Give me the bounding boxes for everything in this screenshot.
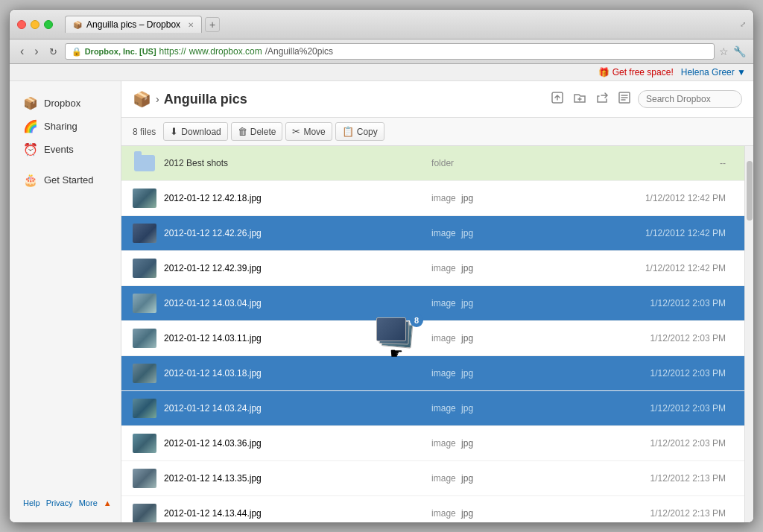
reload-button[interactable]: ↻ (46, 45, 60, 59)
new-folder-button[interactable] (571, 89, 589, 110)
file-date: 1/12/2012 12:42 PM (566, 263, 733, 273)
file-row-img-10[interactable]: 2012-01-12 14.13.44.jpgimage jpg1/12/201… (121, 496, 744, 522)
copy-label: Copy (357, 127, 378, 137)
new-tab-button[interactable]: + (205, 17, 220, 32)
upload-file-button[interactable] (548, 89, 566, 110)
file-thumbnail-img-8 (133, 431, 156, 455)
sidebar-label-dropbox: Dropbox (44, 98, 80, 109)
file-thumbnail-img-10 (133, 501, 156, 522)
image-thumbnail (133, 294, 156, 313)
file-type: image jpg (431, 333, 566, 343)
breadcrumb: 📦 › Anguilla pics (133, 90, 247, 108)
file-row-img-5[interactable]: 2012-01-12 14.03.11.jpgimage jpg1/12/201… (121, 321, 744, 356)
file-row-img-9[interactable]: 2012-01-12 14.13.35.jpgimage jpg1/12/201… (121, 461, 744, 496)
scrollbar[interactable] (744, 146, 753, 522)
delete-label: Delete (250, 127, 276, 137)
sidebar-divider (17, 162, 113, 168)
image-thumbnail (133, 399, 156, 418)
active-tab[interactable]: 📦 Anguilla pics – Dropbox ✕ (65, 16, 202, 33)
file-row-img-7[interactable]: 2012-01-12 14.03.24.jpgimage jpg1/12/201… (121, 391, 744, 426)
file-date: 1/12/2012 2:13 PM (566, 473, 733, 484)
breadcrumb-separator: › (156, 93, 159, 105)
page-title: Anguilla pics (164, 92, 247, 107)
sidebar-item-get-started[interactable]: 🎂 Get Started (17, 169, 113, 191)
file-thumbnail-img-9 (133, 466, 156, 490)
file-name: 2012-01-12 12.42.39.jpg (164, 263, 431, 273)
free-space-link[interactable]: 🎁 Get free space! (598, 67, 673, 77)
bookmark-button[interactable]: ☆ (719, 45, 729, 57)
copy-button[interactable]: 📋 Copy (335, 122, 384, 141)
file-name: 2012-01-12 14.03.04.jpg (164, 298, 431, 308)
tab-close-button[interactable]: ✕ (188, 21, 194, 29)
file-row-img-1[interactable]: 2012-01-12 12.42.18.jpgimage jpg1/12/201… (121, 181, 744, 216)
back-button[interactable]: ‹ (17, 43, 27, 60)
file-row-img-2[interactable]: 2012-01-12 12.42.26.jpgimage jpg1/12/201… (121, 216, 744, 251)
sidebar-label-get-started: Get Started (44, 174, 93, 186)
file-thumbnail-folder-1 (133, 151, 156, 175)
image-thumbnail (133, 434, 156, 453)
file-type: image jpg (431, 193, 566, 203)
get-started-icon: 🎂 (23, 173, 38, 187)
move-button[interactable]: ✂ Move (285, 122, 332, 141)
file-row-folder-1[interactable]: 2012 Best shotsfolder-- (121, 146, 744, 181)
events-icon: ⏰ (23, 142, 38, 156)
file-type: image jpg (431, 473, 566, 484)
expand-icon[interactable]: ⤢ (740, 20, 746, 28)
file-date: 1/12/2012 12:42 PM (566, 228, 733, 238)
file-date: 1/12/2012 2:03 PM (566, 368, 733, 379)
file-date: 1/12/2012 2:13 PM (566, 508, 733, 519)
sidebar-label-events: Events (44, 144, 74, 155)
file-row-img-8[interactable]: 2012-01-12 14.03.36.jpgimage jpg1/12/201… (121, 426, 744, 461)
file-list: 2012 Best shotsfolder--2012-01-12 12.42.… (121, 146, 744, 522)
footer-privacy[interactable]: Privacy (46, 498, 73, 507)
file-thumbnail-img-4 (133, 291, 156, 315)
file-date: 1/12/2012 2:03 PM (566, 298, 733, 308)
footer-more[interactable]: More (79, 498, 98, 507)
sidebar-item-events[interactable]: ⏰ Events (17, 139, 113, 160)
address-bar[interactable]: 🔒 Dropbox, Inc. [US] https:// www.dropbo… (65, 43, 715, 60)
file-type: image jpg (431, 263, 566, 273)
url-domain: www.dropbox.com (189, 46, 262, 57)
ssl-icon: 🔒 (72, 47, 82, 57)
file-row-img-3[interactable]: 2012-01-12 12.42.39.jpgimage jpg1/12/201… (121, 251, 744, 286)
sidebar-item-dropbox[interactable]: 📦 Dropbox (17, 92, 113, 114)
share-button[interactable] (593, 89, 611, 110)
tab-favicon: 📦 (73, 21, 82, 29)
user-name-label: Helena Greer (681, 67, 735, 77)
sharing-icon: 🌈 (23, 119, 38, 133)
search-input[interactable] (638, 90, 742, 108)
file-thumbnail-img-5 (133, 326, 156, 350)
file-date: 1/12/2012 2:03 PM (566, 333, 733, 343)
header-actions (548, 89, 742, 110)
maximize-button[interactable] (44, 20, 53, 29)
content-area: 📦 › Anguilla pics (121, 81, 753, 522)
more-actions-button[interactable] (615, 89, 633, 110)
image-thumbnail (133, 329, 156, 348)
file-row-img-6[interactable]: 2012-01-12 14.03.18.jpgimage jpg1/12/201… (121, 356, 744, 391)
forward-button[interactable]: › (31, 43, 41, 60)
footer-more-arrow: ▲ (104, 498, 112, 507)
file-row-img-4[interactable]: 2012-01-12 14.03.04.jpgimage jpg1/12/201… (121, 286, 744, 321)
move-icon: ✂ (292, 126, 300, 137)
download-label: Download (181, 127, 221, 137)
close-button[interactable] (17, 20, 26, 29)
url-protocol: https:// (159, 46, 186, 57)
sidebar-item-sharing[interactable]: 🌈 Sharing (17, 115, 113, 137)
file-name: 2012-01-12 12.42.18.jpg (164, 193, 431, 203)
file-type: image jpg (431, 438, 566, 449)
tab-label: Anguilla pics – Dropbox (86, 19, 180, 30)
file-thumbnail-img-6 (133, 361, 156, 385)
delete-button[interactable]: 🗑 Delete (231, 122, 283, 141)
dropbox-logo: 📦 (133, 90, 151, 108)
sidebar-footer: Help Privacy More ▲ (17, 495, 113, 511)
nav-bar: ‹ › ↻ 🔒 Dropbox, Inc. [US] https:// www.… (10, 39, 753, 64)
footer-help[interactable]: Help (23, 498, 40, 507)
minimize-button[interactable] (31, 20, 39, 29)
scroll-thumb[interactable] (747, 161, 753, 221)
file-date: 1/12/2012 2:03 PM (566, 438, 733, 449)
file-type: image jpg (431, 298, 566, 308)
settings-button[interactable]: 🔧 (733, 45, 746, 57)
file-name: 2012-01-12 14.03.18.jpg (164, 368, 431, 379)
download-button[interactable]: ⬇ Download (163, 122, 227, 141)
user-menu[interactable]: Helena Greer ▼ (681, 67, 746, 77)
